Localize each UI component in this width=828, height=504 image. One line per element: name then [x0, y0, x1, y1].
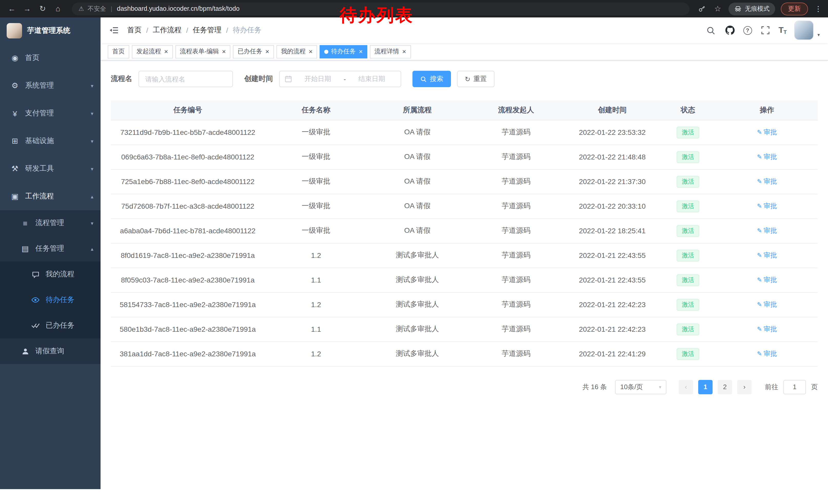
- tab-close-icon[interactable]: ×: [222, 48, 226, 55]
- tab-5[interactable]: 我的流程×: [277, 45, 317, 58]
- app-title: 芋道管理系统: [27, 26, 70, 35]
- approve-link-label: 审批: [763, 177, 777, 186]
- page-2-button[interactable]: 2: [718, 380, 732, 394]
- approve-link-label: 审批: [763, 226, 777, 235]
- tab-1[interactable]: 首页: [108, 45, 129, 58]
- fullscreen-icon[interactable]: [759, 25, 771, 36]
- approve-link[interactable]: ✎审批: [757, 300, 777, 309]
- initiator-cell: 芋道源码: [467, 317, 565, 341]
- sidebar-item-workflow[interactable]: ▣ 工作流程 ▴: [0, 183, 100, 210]
- sidebar-item-home[interactable]: ◉ 首页: [0, 44, 100, 72]
- tab-7[interactable]: 流程详情×: [370, 45, 411, 58]
- approve-link-label: 审批: [763, 325, 777, 334]
- action-cell: ✎审批: [716, 243, 818, 268]
- approve-link[interactable]: ✎审批: [757, 349, 777, 358]
- col-header-initiator: 流程发起人: [467, 100, 565, 120]
- process-cell: OA 请假: [367, 194, 467, 218]
- approve-link[interactable]: ✎审批: [757, 226, 777, 235]
- col-header-task-id: 任务编号: [111, 100, 265, 120]
- avatar-caret-icon[interactable]: ▾: [818, 32, 820, 37]
- tab-4[interactable]: 已办任务×: [233, 45, 274, 58]
- sidebar-item-dev-tools[interactable]: ⚒ 研发工具 ▾: [0, 155, 100, 183]
- browser-home-icon[interactable]: ⌂: [51, 0, 65, 17]
- sidebar-item-task-mgmt[interactable]: ▤ 任务管理 ▴: [0, 236, 100, 262]
- tools-icon: ⚒: [10, 164, 19, 173]
- page-1-button[interactable]: 1: [698, 380, 713, 394]
- create-time-cell: 2022-01-22 23:53:32: [565, 120, 660, 145]
- approve-link[interactable]: ✎审批: [757, 177, 777, 186]
- approve-link[interactable]: ✎审批: [757, 152, 777, 162]
- sidebar-item-todo-tasks[interactable]: 待办任务: [0, 287, 100, 313]
- breadcrumb-item-task-mgmt[interactable]: 任务管理: [193, 26, 222, 35]
- tab-label: 流程详情: [374, 47, 399, 56]
- github-icon[interactable]: [724, 25, 735, 36]
- sidebar-item-payment[interactable]: ¥ 支付管理 ▾: [0, 99, 100, 127]
- app-logo[interactable]: 芋道管理系统: [0, 17, 100, 44]
- initiator-cell: 芋道源码: [467, 341, 565, 366]
- prev-page-button[interactable]: ‹: [679, 380, 693, 394]
- sidebar-item-infrastructure[interactable]: ⊞ 基础设施 ▾: [0, 127, 100, 155]
- sidebar-item-process-mgmt[interactable]: ≡ 流程管理 ▾: [0, 210, 100, 236]
- col-header-task-name: 任务名称: [265, 100, 367, 120]
- end-date-input[interactable]: 结束日期: [348, 74, 396, 84]
- page-size-select[interactable]: 10条/页 ▾: [615, 380, 666, 394]
- status-badge: 激活: [677, 348, 699, 360]
- tab-close-icon[interactable]: ×: [164, 48, 168, 55]
- action-cell: ✎审批: [716, 341, 818, 366]
- page-url: dashboard.yudao.iocoder.cn/bpm/task/todo: [117, 5, 240, 12]
- breadcrumb-item-home[interactable]: 首页: [127, 26, 141, 35]
- update-button[interactable]: 更新: [781, 2, 808, 15]
- reset-button[interactable]: ↻ 重置: [457, 71, 495, 87]
- browser-back-icon[interactable]: ←: [5, 0, 18, 17]
- approve-link[interactable]: ✎审批: [757, 325, 777, 334]
- browser-forward-icon[interactable]: →: [20, 0, 34, 17]
- date-range-picker[interactable]: 开始日期 - 结束日期: [279, 71, 401, 87]
- status-badge: 激活: [677, 274, 699, 286]
- browser-menu-icon[interactable]: ⋮: [814, 5, 823, 13]
- breadcrumb-separator: /: [186, 26, 188, 34]
- tab-close-icon[interactable]: ×: [402, 48, 406, 55]
- sidebar-menu: ◉ 首页 ⚙ 系统管理 ▾ ¥ 支付管理 ▾ ⊞ 基础设施 ▾: [0, 44, 100, 364]
- sidebar-item-done-tasks[interactable]: 已办任务: [0, 313, 100, 338]
- chevron-down-icon: ▾: [91, 110, 93, 116]
- task-name-cell: 一级审批: [265, 194, 367, 218]
- security-warning-icon: ⚠: [79, 5, 84, 12]
- tab-close-icon[interactable]: ×: [359, 48, 363, 55]
- process-name-input[interactable]: [138, 71, 233, 87]
- approve-link[interactable]: ✎审批: [757, 251, 777, 260]
- tab-close-icon[interactable]: ×: [309, 48, 313, 55]
- approve-link[interactable]: ✎审批: [757, 128, 777, 137]
- tab-3[interactable]: 流程表单-编辑×: [175, 45, 230, 58]
- tab-2[interactable]: 发起流程×: [132, 45, 173, 58]
- next-page-button[interactable]: ›: [737, 380, 752, 394]
- approve-link-label: 审批: [763, 251, 777, 260]
- user-avatar[interactable]: [794, 20, 814, 40]
- bookmark-star-icon[interactable]: ☆: [713, 4, 723, 14]
- task-id-cell: 725a1eb6-7b88-11ec-8ef0-acde48001122: [111, 169, 265, 194]
- start-date-input[interactable]: 开始日期: [294, 74, 342, 84]
- browser-actions: ☆ 无痕模式 更新 ⋮: [697, 2, 823, 15]
- password-key-icon[interactable]: [697, 4, 707, 14]
- search-icon[interactable]: [705, 25, 716, 36]
- page-content: 流程名 创建时间 开始日期 - 结束日期: [100, 60, 828, 406]
- sidebar-collapse-icon[interactable]: [107, 23, 121, 37]
- breadcrumb: 首页 / 工作流程 / 任务管理 / 待办任务: [127, 26, 261, 35]
- sidebar-item-system[interactable]: ⚙ 系统管理 ▾: [0, 72, 100, 99]
- help-icon[interactable]: ?: [743, 26, 752, 35]
- font-size-icon[interactable]: TT: [779, 26, 787, 35]
- browser-reload-icon[interactable]: ↻: [36, 0, 49, 17]
- action-cell: ✎审批: [716, 194, 818, 218]
- tab-6[interactable]: 待办任务×: [320, 45, 367, 58]
- sidebar-item-my-process[interactable]: 我的流程: [0, 262, 100, 287]
- tab-close-icon[interactable]: ×: [265, 48, 269, 55]
- approve-link[interactable]: ✎审批: [757, 201, 777, 211]
- approve-link[interactable]: ✎审批: [757, 275, 777, 284]
- task-id-cell: 8f059c03-7ac8-11ec-a9e2-a2380e71991a: [111, 268, 265, 292]
- task-id-cell: 8f0d1619-7ac8-11ec-a9e2-a2380e71991a: [111, 243, 265, 268]
- task-id-cell: 069c6a63-7b8a-11ec-8ef0-acde48001122: [111, 145, 265, 169]
- menu-label-leave-query: 请假查询: [35, 347, 64, 356]
- breadcrumb-item-workflow[interactable]: 工作流程: [153, 26, 181, 35]
- search-button[interactable]: 搜索: [412, 71, 451, 87]
- goto-page-input[interactable]: [783, 380, 806, 394]
- sidebar-item-leave-query[interactable]: 请假查询: [0, 338, 100, 364]
